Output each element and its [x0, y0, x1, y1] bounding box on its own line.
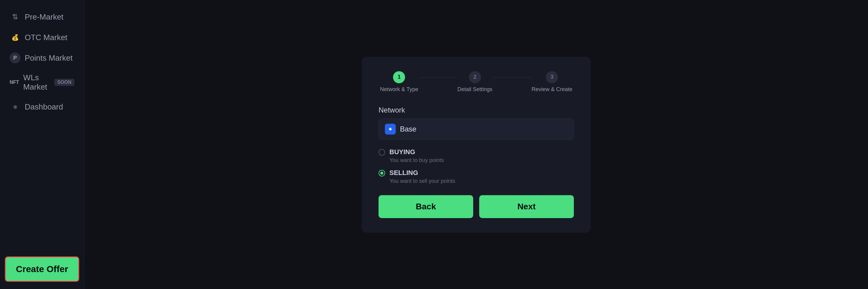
sidebar-item-label: OTC Market	[25, 33, 67, 42]
wls-market-icon: NFT	[10, 77, 19, 88]
sidebar-item-wls-market[interactable]: NFT WLs Market SOON	[5, 69, 79, 96]
step-2: 2 Detail Settings	[458, 71, 493, 93]
pre-market-icon: ⇅	[10, 11, 21, 22]
action-buttons: Back Next	[378, 195, 574, 218]
network-section: Network Base	[378, 106, 574, 140]
step-connector-1	[418, 78, 458, 78]
sidebar-item-label: Points Market	[25, 53, 73, 63]
points-market-icon: P	[10, 53, 21, 63]
sidebar-item-label: Dashboard	[25, 102, 63, 112]
step-1: 1 Network & Type	[380, 71, 418, 93]
dashboard-icon: ⎈	[10, 102, 21, 112]
main-content: 1 Network & Type 2 Detail Settings 3 Rev…	[84, 0, 868, 289]
buying-radio[interactable]	[378, 149, 385, 156]
selling-radio[interactable]	[378, 170, 385, 176]
create-offer-button[interactable]: Create Offer	[5, 256, 79, 282]
selling-option[interactable]: SELLING You want to sell your points	[378, 169, 574, 184]
selling-subtitle: You want to sell your points	[390, 178, 455, 184]
back-button[interactable]: Back	[378, 195, 473, 218]
soon-badge: SOON	[54, 79, 74, 86]
base-network-icon	[385, 124, 396, 135]
next-button[interactable]: Next	[479, 195, 574, 218]
selling-text: SELLING You want to sell your points	[390, 169, 455, 184]
sidebar-item-points-market[interactable]: P Points Market	[5, 48, 79, 67]
buying-option[interactable]: BUYING You want to buy points	[378, 148, 574, 164]
otc-market-icon: 💰	[10, 32, 21, 43]
step-1-label: Network & Type	[380, 86, 418, 93]
sidebar-item-dashboard[interactable]: ⎈ Dashboard	[5, 97, 79, 116]
sidebar-nav: ⇅ Pre-Market 💰 OTC Market P Points Marke…	[5, 7, 79, 118]
step-3: 3 Review & Create	[532, 71, 572, 93]
sidebar-item-label: Pre-Market	[25, 12, 64, 22]
network-label: Network	[378, 106, 574, 114]
network-value: Base	[400, 125, 416, 133]
step-1-circle: 1	[393, 71, 405, 83]
network-dropdown[interactable]: Base	[378, 119, 574, 140]
stepper: 1 Network & Type 2 Detail Settings 3 Rev…	[378, 71, 574, 93]
selling-title: SELLING	[390, 169, 455, 177]
buying-subtitle: You want to buy points	[390, 157, 444, 164]
sidebar-item-otc-market[interactable]: 💰 OTC Market	[5, 28, 79, 47]
offer-type-group: BUYING You want to buy points SELLING Yo…	[378, 148, 574, 184]
sidebar-item-pre-market[interactable]: ⇅ Pre-Market	[5, 7, 79, 27]
sidebar: ⇅ Pre-Market 💰 OTC Market P Points Marke…	[0, 0, 84, 289]
step-3-circle: 3	[546, 71, 558, 83]
step-connector-2	[493, 78, 532, 78]
buying-text: BUYING You want to buy points	[390, 148, 444, 164]
step-2-label: Detail Settings	[458, 86, 493, 93]
create-offer-modal: 1 Network & Type 2 Detail Settings 3 Rev…	[362, 57, 591, 233]
buying-title: BUYING	[390, 148, 444, 156]
step-3-label: Review & Create	[532, 86, 572, 93]
step-2-circle: 2	[469, 71, 481, 83]
sidebar-item-label: WLs Market	[23, 73, 49, 92]
